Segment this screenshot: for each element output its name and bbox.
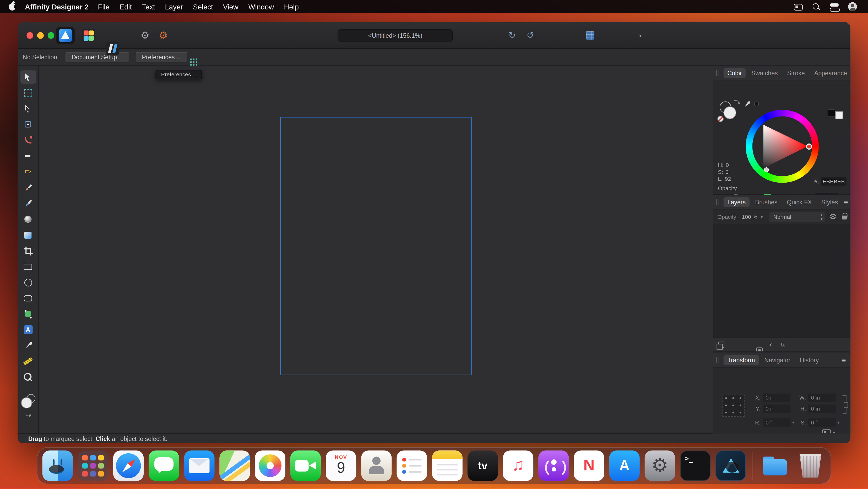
rotation-field[interactable]: 0 °: [763, 419, 791, 427]
tab-brushes[interactable]: Brushes: [751, 197, 781, 207]
pencil-tool[interactable]: ✏: [20, 165, 36, 178]
x-field[interactable]: 0 in: [763, 394, 791, 402]
tab-transform[interactable]: Transform: [723, 355, 759, 365]
ellipse-tool[interactable]: [20, 276, 36, 289]
fill-tool[interactable]: [20, 212, 36, 226]
rotate-counterclockwise-icon[interactable]: ↺: [527, 31, 534, 40]
menu-layer[interactable]: Layer: [160, 3, 188, 11]
menu-help[interactable]: Help: [279, 3, 304, 11]
swap-colors-icon[interactable]: [25, 413, 31, 416]
tab-navigator[interactable]: Navigator: [761, 355, 794, 365]
link-dimensions-icon[interactable]: [843, 395, 846, 414]
designer-persona-button[interactable]: [56, 27, 75, 44]
dock-trash-icon[interactable]: [795, 451, 826, 481]
blend-mode-stepper-icon[interactable]: ▴▾: [820, 212, 823, 220]
dock-messages-icon[interactable]: [149, 451, 179, 481]
menu-file[interactable]: File: [93, 3, 115, 11]
fill-color-swatch[interactable]: [21, 397, 32, 408]
user-account-icon[interactable]: [848, 2, 857, 11]
duplicate-layer-icon[interactable]: [718, 342, 724, 348]
zoom-button[interactable]: [48, 32, 54, 39]
menu-view[interactable]: View: [218, 3, 244, 11]
lock-layer-icon[interactable]: [842, 215, 847, 220]
panel-menu-icon[interactable]: ≡: [843, 198, 848, 206]
tab-appearance[interactable]: Appearance: [810, 68, 850, 78]
document-setup-button[interactable]: Document Setup…: [65, 52, 130, 62]
dock-news-icon[interactable]: N: [574, 451, 604, 481]
move-tool[interactable]: [20, 70, 36, 84]
eyedropper-icon[interactable]: [742, 100, 751, 109]
saturation-lightness-triangle[interactable]: [754, 119, 810, 174]
apple-menu-icon[interactable]: [9, 3, 16, 10]
dock-calendar-icon[interactable]: NOV 9: [326, 451, 356, 481]
anchor-point-selector[interactable]: [722, 395, 744, 416]
tab-layers[interactable]: Layers: [723, 197, 749, 207]
dock-affinity-designer-icon[interactable]: [715, 451, 746, 481]
rectangle-tool[interactable]: [20, 260, 36, 274]
h-field[interactable]: 0 in: [808, 405, 836, 413]
fill-color-circle[interactable]: [723, 107, 737, 119]
dock-facetime-icon[interactable]: [290, 451, 321, 481]
picked-color-well[interactable]: [754, 102, 759, 107]
y-field[interactable]: 0 in: [763, 405, 791, 413]
tab-quick-fx[interactable]: Quick FX: [783, 197, 816, 207]
swap-fill-stroke-icon[interactable]: [734, 100, 739, 104]
vector-brush-tool[interactable]: [20, 197, 36, 210]
dock-contacts-icon[interactable]: [361, 451, 392, 481]
menu-select[interactable]: Select: [188, 3, 218, 11]
document-artboard[interactable]: [280, 117, 472, 375]
color-picker-tool[interactable]: [20, 339, 36, 352]
dock-photos-icon[interactable]: [255, 451, 285, 481]
dock-downloads-folder-icon[interactable]: [760, 451, 790, 481]
dock-finder-icon[interactable]: [42, 451, 73, 481]
panel-grip-icon[interactable]: [716, 199, 719, 205]
dock-reminders-icon[interactable]: [397, 451, 427, 481]
node-tool[interactable]: [20, 102, 36, 115]
fill-stroke-color-well[interactable]: [19, 394, 37, 418]
layer-settings-gear-icon[interactable]: ⚙: [829, 212, 837, 222]
no-color-icon[interactable]: [717, 116, 723, 122]
canvas[interactable]: Preferences…: [39, 66, 713, 433]
rounded-rectangle-tool[interactable]: [20, 291, 36, 305]
hex-value-field[interactable]: EBEBEB: [821, 177, 846, 186]
artistic-text-tool[interactable]: A: [20, 323, 36, 336]
menu-text[interactable]: Text: [137, 3, 160, 11]
transform-options-chevron-icon[interactable]: ▾: [833, 431, 835, 433]
tab-styles[interactable]: Styles: [817, 197, 842, 207]
snapping-options-chevron-icon[interactable]: ▾: [639, 33, 642, 38]
artboard-tool[interactable]: [20, 86, 36, 99]
dock-podcasts-icon[interactable]: [538, 451, 569, 481]
dock-system-settings-icon[interactable]: ⚙: [645, 451, 675, 481]
pen-tool[interactable]: ✒: [20, 149, 36, 163]
snap-grid-icon[interactable]: [189, 58, 198, 66]
adjustment-layer-icon[interactable]: ◐: [769, 341, 773, 348]
layers-opacity-value[interactable]: 100 %: [742, 214, 757, 220]
document-settings-gear-icon[interactable]: ⚙: [159, 30, 168, 40]
minimize-button[interactable]: [37, 32, 44, 39]
point-transform-tool[interactable]: [20, 118, 36, 131]
corner-tool[interactable]: [20, 134, 36, 147]
layers-opacity-chevron-icon[interactable]: ▾: [761, 214, 763, 219]
layers-list[interactable]: [713, 224, 850, 337]
spotlight-search-icon[interactable]: [812, 2, 820, 11]
layer-effects-icon[interactable]: fx: [780, 342, 785, 348]
transparency-tool[interactable]: [20, 228, 36, 241]
rotate-clockwise-icon[interactable]: ↻: [508, 31, 516, 40]
hue-selector-handle[interactable]: [806, 144, 812, 149]
export-persona-button[interactable]: [105, 42, 119, 56]
menu-window[interactable]: Window: [244, 3, 279, 11]
pixel-persona-button[interactable]: [82, 29, 95, 42]
dock-maps-icon[interactable]: [220, 451, 250, 481]
crop-tool[interactable]: [20, 244, 36, 257]
control-center-icon[interactable]: [830, 2, 839, 11]
dock-launchpad-icon[interactable]: [78, 451, 108, 481]
tab-swatches[interactable]: Swatches: [747, 68, 781, 78]
transform-origin-icon[interactable]: [822, 429, 831, 433]
measure-tool[interactable]: [20, 355, 36, 368]
dock-mail-icon[interactable]: [184, 451, 214, 481]
paint-brush-tool[interactable]: [20, 181, 36, 194]
dock-apple-tv-icon[interactable]: tv: [468, 451, 498, 481]
dock-safari-icon[interactable]: [113, 451, 144, 481]
dock-notes-icon[interactable]: [432, 451, 463, 481]
blend-mode-dropdown[interactable]: Normal ▴▾: [770, 212, 825, 222]
